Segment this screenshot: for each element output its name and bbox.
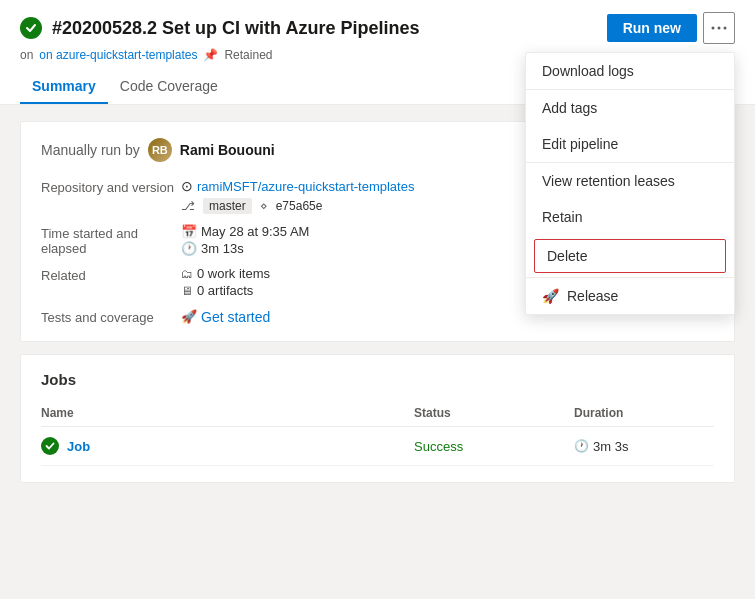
get-started-link[interactable]: Get started	[201, 309, 270, 325]
tests-label: Tests and coverage	[41, 308, 181, 325]
related-label: Related	[41, 266, 181, 298]
dropdown-item-release[interactable]: 🚀 Release	[526, 278, 734, 314]
col-status: Status	[414, 406, 574, 420]
repo-link[interactable]: on azure-quickstart-templates	[39, 48, 197, 62]
add-tags-label: Add tags	[542, 100, 597, 116]
edit-pipeline-label: Edit pipeline	[542, 136, 618, 152]
jobs-title: Jobs	[41, 371, 714, 388]
commit-separator: ⋄	[260, 199, 268, 213]
dropdown-item-download-logs[interactable]: Download logs	[526, 53, 734, 89]
jobs-card: Jobs Name Status Duration Job Success 🕐 …	[20, 354, 735, 483]
release-label: Release	[567, 288, 618, 304]
repo-full-link[interactable]: ramiMSFT/azure-quickstart-templates	[197, 179, 414, 194]
branch-tag: master	[203, 198, 252, 214]
svg-point-1	[718, 27, 721, 30]
job-name-cell: Job	[41, 437, 414, 455]
artifacts-icon: 🖥	[181, 284, 193, 298]
dropdown-item-delete[interactable]: Delete	[534, 239, 726, 273]
delete-label: Delete	[547, 248, 587, 264]
tests-icon: 🚀	[181, 309, 197, 324]
tab-summary[interactable]: Summary	[20, 70, 108, 104]
elapsed-time: 3m 13s	[201, 241, 244, 256]
time-label: Time started and elapsed	[41, 224, 181, 256]
header-left: #20200528.2 Set up CI with Azure Pipelin…	[20, 17, 419, 39]
svg-point-0	[712, 27, 715, 30]
dropdown-item-edit-pipeline[interactable]: Edit pipeline	[526, 126, 734, 162]
clock-icon: 🕐	[181, 241, 197, 256]
commit-hash: e75a65e	[276, 199, 323, 213]
dropdown-item-retain[interactable]: Retain	[526, 199, 734, 235]
pin-icon: 📌	[203, 48, 218, 62]
job-status: Success	[414, 439, 574, 454]
time-started: May 28 at 9:35 AM	[201, 224, 309, 239]
run-new-button[interactable]: Run new	[607, 14, 697, 42]
user-avatar: RB	[148, 138, 172, 162]
retained-label: Retained	[224, 48, 272, 62]
pipeline-status-icon	[20, 17, 42, 39]
table-row: Job Success 🕐 3m 3s	[41, 427, 714, 466]
manually-label: Manually run by	[41, 142, 140, 158]
calendar-icon: 📅	[181, 224, 197, 239]
download-logs-label: Download logs	[542, 63, 634, 79]
header-actions: Run new	[607, 12, 735, 44]
artifacts: 0 artifacts	[197, 283, 253, 298]
job-status-icon	[41, 437, 59, 455]
duration-value: 3m 3s	[593, 439, 628, 454]
jobs-table-header: Name Status Duration	[41, 400, 714, 427]
release-icon: 🚀	[542, 288, 559, 304]
duration-clock-icon: 🕐	[574, 439, 589, 453]
pipeline-title: #20200528.2 Set up CI with Azure Pipelin…	[52, 18, 419, 39]
tab-code-coverage[interactable]: Code Coverage	[108, 70, 230, 104]
col-duration: Duration	[574, 406, 714, 420]
subtitle-repo-prefix: on	[20, 48, 33, 62]
work-items: 0 work items	[197, 266, 270, 281]
job-duration: 🕐 3m 3s	[574, 439, 714, 454]
branch-icon: ⎇	[181, 199, 195, 213]
retain-label: Retain	[542, 209, 582, 225]
dropdown-menu: Download logs Add tags Edit pipeline Vie…	[525, 52, 735, 315]
view-retention-label: View retention leases	[542, 173, 675, 189]
more-options-button[interactable]	[703, 12, 735, 44]
job-link[interactable]: Job	[67, 439, 90, 454]
repo-version-label: Repository and version	[41, 178, 181, 214]
col-name: Name	[41, 406, 414, 420]
svg-point-2	[724, 27, 727, 30]
user-name: Rami Bououni	[180, 142, 275, 158]
work-items-icon: 🗂	[181, 267, 193, 281]
dropdown-item-add-tags[interactable]: Add tags	[526, 90, 734, 126]
dropdown-item-view-retention[interactable]: View retention leases	[526, 163, 734, 199]
header-top: #20200528.2 Set up CI with Azure Pipelin…	[20, 12, 735, 44]
github-icon: ⊙	[181, 178, 193, 194]
